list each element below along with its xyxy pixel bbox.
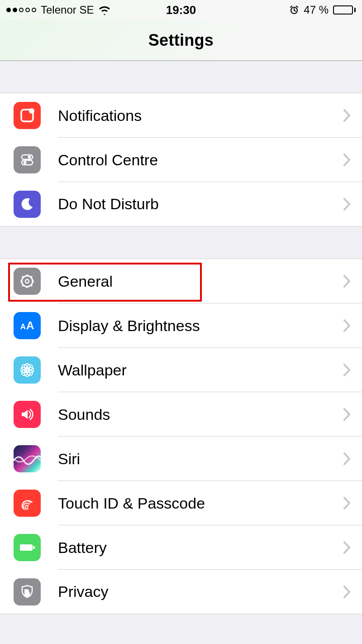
row-label: Notifications [58, 107, 343, 125]
row-label: Touch ID & Passcode [58, 495, 343, 512]
battery-icon [333, 5, 356, 14]
settings-group-2: General AA Display & Brightness Wallpape… [0, 259, 362, 614]
siri-icon [14, 445, 41, 472]
svg-line-20 [31, 276, 32, 278]
settings-group-1: Notifications Control Centre Do Not Dist… [0, 93, 362, 226]
row-label: General [58, 273, 343, 290]
chevron-right-icon [343, 452, 351, 466]
row-touch-id-passcode[interactable]: Touch ID & Passcode [0, 481, 362, 525]
page-title: Settings [148, 31, 214, 50]
svg-line-19 [22, 285, 24, 286]
row-label: Display & Brightness [58, 317, 343, 335]
status-right: 47 % [196, 4, 356, 16]
wifi-icon [98, 5, 111, 15]
row-general[interactable]: General [0, 259, 362, 303]
chevron-right-icon [343, 363, 351, 377]
nav-header: Settings [0, 20, 362, 61]
chevron-right-icon [343, 585, 351, 599]
svg-rect-31 [33, 546, 35, 549]
alarm-icon [289, 5, 299, 15]
row-do-not-disturb[interactable]: Do Not Disturb [0, 182, 362, 226]
battery-setting-icon [14, 534, 41, 561]
row-siri[interactable]: Siri [0, 437, 362, 481]
svg-line-2 [294, 10, 295, 11]
row-control-centre[interactable]: Control Centre [0, 138, 362, 182]
notifications-icon [14, 102, 41, 129]
row-battery[interactable]: Battery [0, 525, 362, 570]
chevron-right-icon [343, 319, 351, 332]
svg-point-6 [29, 108, 34, 114]
row-notifications[interactable]: Notifications [0, 93, 362, 138]
privacy-icon [14, 578, 41, 606]
display-brightness-icon: AA [14, 312, 41, 339]
chevron-right-icon [343, 274, 351, 288]
chevron-right-icon [343, 541, 351, 554]
carrier-label: Telenor SE [41, 4, 94, 16]
row-label: Privacy [58, 583, 343, 601]
row-privacy[interactable]: Privacy [0, 570, 362, 614]
group-spacer [0, 61, 362, 93]
svg-line-4 [296, 6, 298, 8]
group-spacer [0, 226, 362, 259]
wallpaper-icon [14, 356, 41, 384]
row-label: Do Not Disturb [58, 195, 343, 213]
svg-point-8 [28, 156, 31, 159]
battery-percent-label: 47 % [304, 4, 329, 16]
sounds-icon [14, 401, 41, 428]
signal-strength-icon [6, 8, 36, 12]
svg-line-17 [22, 276, 24, 278]
svg-rect-30 [20, 544, 33, 551]
svg-rect-7 [22, 155, 33, 159]
chevron-right-icon [343, 109, 351, 122]
chevron-right-icon [343, 408, 351, 421]
svg-point-10 [24, 161, 27, 164]
control-centre-icon [14, 146, 41, 173]
clock-label: 19:30 [166, 3, 196, 17]
do-not-disturb-icon [14, 191, 41, 218]
row-label: Siri [58, 450, 343, 468]
svg-rect-9 [22, 160, 33, 165]
row-label: Control Centre [58, 151, 343, 169]
general-icon [14, 268, 41, 295]
status-bar: Telenor SE 19:30 47 % [0, 0, 362, 20]
status-left: Telenor SE [6, 4, 166, 16]
chevron-right-icon [343, 496, 351, 510]
row-label: Wallpaper [58, 361, 343, 379]
svg-line-3 [291, 6, 292, 8]
row-label: Battery [58, 539, 343, 557]
svg-line-18 [31, 285, 32, 286]
svg-point-12 [25, 279, 29, 283]
group-spacer [0, 614, 362, 644]
row-wallpaper[interactable]: Wallpaper [0, 348, 362, 392]
chevron-right-icon [343, 153, 351, 167]
touch-id-icon [14, 490, 41, 517]
row-label: Sounds [58, 406, 343, 423]
row-sounds[interactable]: Sounds [0, 392, 362, 437]
row-display-brightness[interactable]: AA Display & Brightness [0, 303, 362, 348]
chevron-right-icon [343, 197, 351, 211]
